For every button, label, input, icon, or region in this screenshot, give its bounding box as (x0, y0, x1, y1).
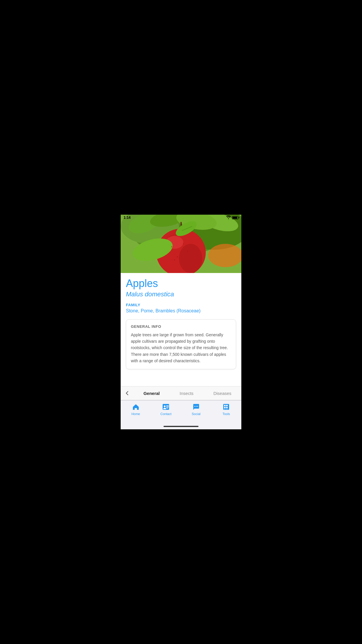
tabs-list: General Insects Diseases (133, 390, 241, 397)
contact-icon (162, 403, 170, 411)
status-time: 1:14 (124, 216, 131, 220)
content-area: Apples Malus domestica FAMILY Stone, Pom… (121, 273, 241, 386)
status-icons (226, 216, 238, 220)
plant-name: Apples (126, 278, 236, 289)
svg-point-17 (177, 256, 178, 258)
svg-point-18 (183, 244, 184, 244)
svg-point-16 (187, 251, 188, 252)
battery-icon (232, 216, 238, 219)
bottom-nav: Home Contact (121, 400, 241, 424)
tab-insects[interactable]: Insects (177, 390, 196, 397)
svg-point-10 (179, 244, 202, 273)
general-info-card: GENERAL INFO Apple trees are large if gr… (126, 319, 236, 369)
tools-icon (222, 403, 230, 411)
nav-social[interactable]: Social (186, 403, 206, 416)
status-bar: 1:14 (121, 215, 241, 220)
contact-label: Contact (160, 412, 171, 416)
back-button[interactable] (121, 390, 133, 396)
svg-point-26 (196, 406, 196, 407)
home-bar (164, 426, 198, 427)
svg-point-21 (164, 405, 166, 407)
home-icon (132, 403, 140, 411)
svg-rect-28 (223, 404, 229, 410)
svg-point-15 (171, 246, 172, 247)
svg-point-25 (194, 406, 195, 407)
info-card-title: GENERAL INFO (131, 324, 231, 329)
tab-general[interactable]: General (141, 390, 162, 397)
home-indicator (121, 424, 241, 429)
social-label: Social (192, 412, 201, 416)
section-tabs: General Insects Diseases (121, 386, 241, 400)
wifi-icon (226, 216, 231, 220)
svg-point-27 (197, 406, 198, 407)
svg-rect-32 (226, 407, 228, 408)
device-frame: 1:14 (121, 215, 241, 429)
tab-diseases[interactable]: Diseases (211, 390, 234, 397)
family-value: Stone, Pome, Brambles (Rosaceae) (126, 308, 236, 314)
svg-rect-30 (226, 405, 228, 406)
hero-image (121, 215, 241, 273)
social-icon (192, 403, 200, 411)
family-label: FAMILY (126, 303, 236, 307)
plant-scientific-name: Malus domestica (126, 290, 236, 298)
nav-home[interactable]: Home (126, 403, 146, 416)
svg-rect-29 (224, 405, 226, 406)
svg-point-19 (174, 259, 175, 260)
info-card-text: Apple trees are large if grown from seed… (131, 332, 231, 364)
svg-rect-31 (224, 407, 226, 408)
home-label: Home (131, 412, 140, 416)
nav-tools[interactable]: Tools (216, 403, 236, 416)
tools-label: Tools (222, 412, 230, 416)
nav-contact[interactable]: Contact (156, 403, 176, 416)
